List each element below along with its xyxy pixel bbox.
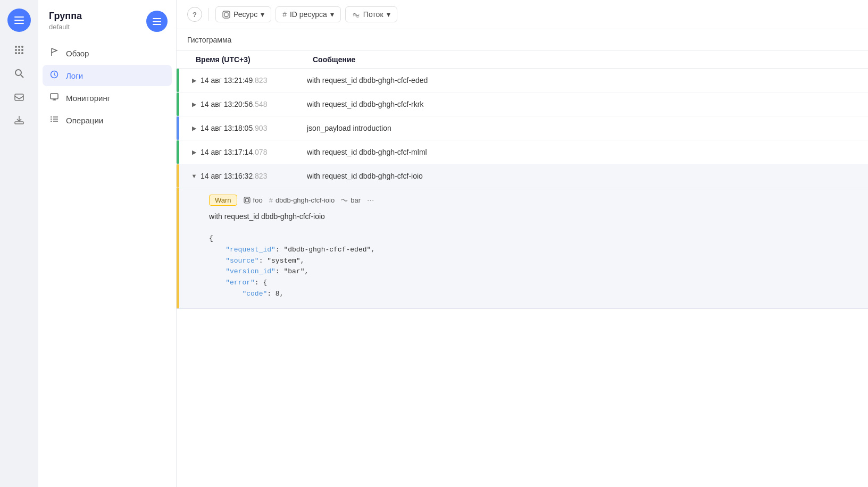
- svg-rect-18: [153, 21, 161, 22]
- log-timestamp: 14 авг 13:18:05.903: [201, 124, 307, 132]
- svg-point-4: [18, 46, 20, 48]
- sidebar-title: Группа: [49, 11, 82, 22]
- help-button[interactable]: ?: [187, 7, 202, 22]
- sidebar-subtitle: default: [49, 23, 82, 31]
- resource-filter-label: Ресурс: [233, 10, 257, 19]
- log-expanded-message: with request_id dbdb-ghgh-cfcf-ioio: [209, 212, 857, 221]
- log-message: with request_id dbdb-ghgh-cfcf-ioio: [307, 172, 859, 180]
- log-expand-toggle[interactable]: ▶: [188, 146, 201, 158]
- svg-point-12: [15, 70, 21, 75]
- log-timestamp: 14 авг 13:17:14.078: [201, 148, 307, 156]
- json-brace-open: {: [209, 234, 213, 242]
- id-resource-filter-label: ID ресурса: [290, 10, 327, 19]
- list-icon: [49, 115, 60, 125]
- stream-chevron-icon: ▾: [387, 10, 390, 19]
- log-id-tag: # dbdb-ghgh-cfcf-ioio: [269, 196, 335, 204]
- stream-filter-button[interactable]: Поток ▾: [345, 6, 397, 22]
- sidebar-title-group: Группа default: [49, 11, 82, 31]
- svg-point-8: [21, 49, 23, 51]
- log-expand-toggle[interactable]: ▶: [188, 98, 201, 111]
- id-resource-filter-button[interactable]: # ID ресурса ▾: [276, 6, 341, 22]
- log-message: with request_id dbdb-ghgh-cfcf-rkrk: [307, 100, 859, 108]
- icon-bar: [0, 0, 38, 487]
- svg-point-10: [18, 52, 20, 54]
- log-timestamp: 14 авг 13:16:32.823: [201, 172, 307, 180]
- svg-point-7: [18, 49, 20, 51]
- table-row: ▶ 14 авг 13:20:56.548 with request_id db…: [177, 93, 868, 116]
- sidebar-item-label-monitoring: Мониторинг: [66, 94, 110, 103]
- svg-point-9: [15, 52, 17, 54]
- sidebar-header: Группа default: [38, 11, 176, 43]
- svg-rect-34: [245, 199, 248, 202]
- svg-rect-32: [224, 13, 228, 16]
- svg-rect-33: [244, 197, 250, 203]
- table-row: ▼ 14 авг 13:16:32.823 with request_id db…: [177, 164, 868, 188]
- log-message: json_payload introduction: [307, 124, 859, 132]
- hash-icon: #: [282, 10, 287, 19]
- log-stream-tag: bar: [341, 196, 361, 204]
- svg-rect-15: [15, 122, 23, 124]
- log-resource-tag: foo: [244, 196, 263, 204]
- log-table: Время (UTC+3) Сообщение ▶ 14 авг 13:21:4…: [177, 51, 868, 487]
- svg-rect-2: [14, 23, 24, 24]
- hash-tag-icon: #: [269, 196, 273, 204]
- stream-filter-icon: [352, 11, 360, 19]
- histogram-label: Гистограмма: [187, 36, 231, 44]
- download-icon[interactable]: [10, 111, 29, 130]
- monitor-icon: [49, 93, 60, 103]
- sidebar-item-monitoring[interactable]: Мониторинг: [43, 87, 172, 108]
- table-row: ▶ 14 авг 13:17:14.078 with request_id db…: [177, 140, 868, 164]
- flag-icon: [49, 48, 60, 58]
- svg-rect-31: [223, 11, 230, 18]
- svg-rect-19: [153, 24, 161, 25]
- svg-line-13: [21, 75, 23, 78]
- sidebar-item-overview[interactable]: Обзор: [43, 43, 172, 64]
- log-timestamp: 14 авг 13:21:49.823: [201, 76, 307, 85]
- resource-filter-button[interactable]: Ресурс ▾: [215, 6, 271, 22]
- grid-icon[interactable]: [10, 40, 29, 60]
- main-menu-button[interactable]: [7, 9, 31, 32]
- log-expand-toggle[interactable]: ▶: [188, 122, 201, 135]
- log-message: with request_id dbdb-ghgh-cfcf-eded: [307, 76, 859, 85]
- log-message: with request_id dbdb-ghgh-cfcf-mlml: [307, 148, 859, 156]
- clock-icon: [49, 70, 60, 81]
- inbox-icon[interactable]: [10, 87, 29, 106]
- svg-point-5: [21, 46, 23, 48]
- sidebar-item-label-logs: Логи: [66, 71, 83, 80]
- log-expand-toggle[interactable]: ▶: [188, 74, 201, 87]
- filter-bar: ? Ресурс ▾ # ID ресурса ▾ Поток ▾: [177, 0, 868, 29]
- log-expanded-detail: Warn foo # dbdb-ghgh-cfcf-ioio: [177, 188, 868, 309]
- stream-tag-icon: [341, 197, 348, 204]
- sidebar-item-label-overview: Обзор: [66, 49, 89, 58]
- filter-divider-1: [208, 8, 209, 21]
- resource-tag-icon: [244, 197, 251, 204]
- log-json-viewer: { "request_id": "dbdb-ghgh-cfcf-eded", "…: [209, 227, 857, 302]
- svg-rect-1: [14, 20, 24, 21]
- more-tags-button[interactable]: ···: [367, 196, 374, 205]
- sidebar-item-label-operations: Операции: [66, 116, 103, 125]
- column-header-message: Сообщение: [313, 55, 857, 64]
- log-level-badge: Warn: [209, 195, 237, 206]
- log-table-header: Время (UTC+3) Сообщение: [177, 51, 868, 69]
- sidebar-item-operations[interactable]: Операции: [43, 110, 172, 131]
- table-row: ▶ 14 авг 13:18:05.903 json_payload intro…: [177, 116, 868, 140]
- svg-point-3: [15, 46, 17, 48]
- log-collapse-toggle[interactable]: ▼: [188, 170, 201, 182]
- log-tags: Warn foo # dbdb-ghgh-cfcf-ioio: [209, 195, 857, 206]
- sidebar-nav: Обзор Логи Мониторинг: [38, 43, 176, 131]
- id-resource-chevron-icon: ▾: [330, 10, 334, 19]
- svg-rect-0: [14, 16, 24, 18]
- stream-filter-label: Поток: [363, 10, 383, 19]
- svg-rect-17: [153, 18, 161, 19]
- histogram-section: Гистограмма: [177, 29, 868, 51]
- resource-chevron-icon: ▾: [261, 10, 264, 19]
- log-timestamp: 14 авг 13:20:56.548: [201, 100, 307, 108]
- svg-point-6: [15, 49, 17, 51]
- svg-point-11: [21, 52, 23, 54]
- sidebar-item-logs[interactable]: Логи: [43, 65, 172, 86]
- svg-rect-22: [51, 94, 58, 99]
- search-icon[interactable]: [10, 64, 29, 83]
- sidebar-menu-button[interactable]: [146, 11, 168, 32]
- main-content: ? Ресурс ▾ # ID ресурса ▾ Поток ▾ Гистог…: [177, 0, 868, 487]
- resource-filter-icon: [222, 11, 230, 19]
